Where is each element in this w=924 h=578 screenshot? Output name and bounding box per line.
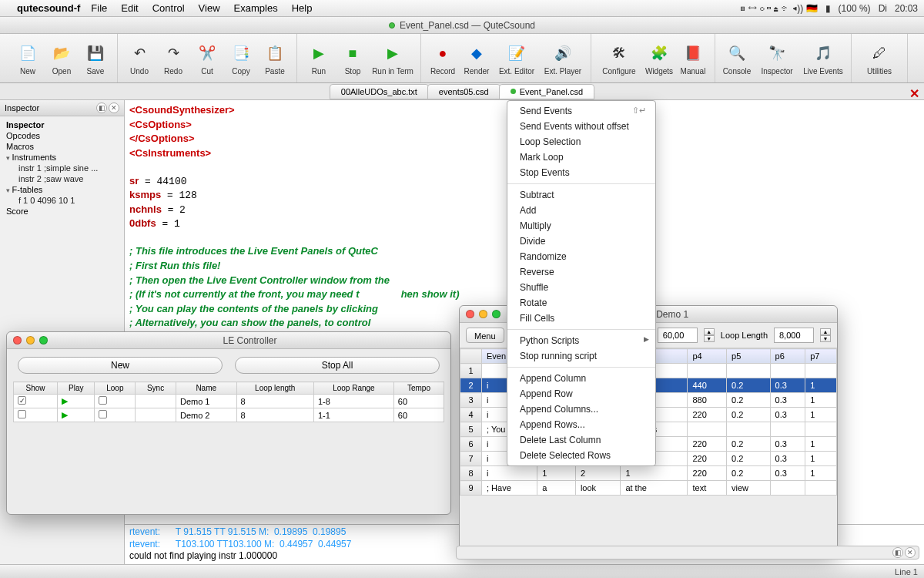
- toolbar-widgets[interactable]: 🧩Widgets: [642, 41, 676, 76]
- loop-checkbox[interactable]: [99, 410, 107, 418]
- toolbar-configure[interactable]: 🛠Configure: [596, 41, 642, 76]
- tree-node[interactable]: Macros: [3, 141, 121, 152]
- grid-row[interactable]: 8i1212200.20.31: [460, 466, 837, 481]
- tree-child[interactable]: instr 2 ;saw wave: [3, 173, 121, 184]
- tab-Event_Panel.csd[interactable]: Event_Panel.csd: [499, 84, 595, 99]
- mac-menubar: qutecsound-f FileEditControlViewExamples…: [0, 0, 924, 17]
- play-icon[interactable]: ▶: [62, 410, 68, 420]
- tempo-field[interactable]: [658, 328, 698, 343]
- status-icons: ▤ ⟷ ⊙ ▭ ⏏ ᯤ ◀)) 🇩🇪: [740, 3, 817, 14]
- menu-item-fill-cells[interactable]: Fill Cells: [507, 311, 655, 326]
- tree-child[interactable]: f 1 0 4096 10 1: [3, 195, 121, 206]
- tree-node[interactable]: F-tables: [3, 184, 121, 195]
- menu-item-reverse[interactable]: Reverse: [507, 264, 655, 280]
- tree-child[interactable]: instr 1 ;simple sine ...: [3, 163, 121, 173]
- menu-item-send-events-without-offset[interactable]: Send Events without offset: [507, 119, 655, 134]
- menu-item-append-column[interactable]: Append Column: [507, 371, 655, 386]
- grid-row[interactable]: 9; Havealookat thetextview: [460, 481, 837, 496]
- lec-table[interactable]: ShowPlayLoopSyncNameLoop lengthLoop Rang…: [13, 381, 444, 422]
- menu-view[interactable]: View: [199, 2, 220, 14]
- lec-stopall-button[interactable]: Stop All: [235, 357, 440, 374]
- window-title: Event_Panel.csd — QuteCsound: [400, 20, 535, 31]
- menu-item-divide[interactable]: Divide: [507, 234, 655, 249]
- menu-item-rotate[interactable]: Rotate: [507, 295, 655, 311]
- toolbar-live-events[interactable]: 🎵Live Events: [800, 41, 846, 76]
- toolbar-new[interactable]: 📄New: [11, 41, 45, 76]
- looplen-stepper[interactable]: ▲▼: [820, 328, 831, 342]
- menu-item-shuffle[interactable]: Shuffle: [507, 280, 655, 295]
- menu-item-send-events[interactable]: Send Events⇧↵: [507, 103, 655, 119]
- toolbar-inspector[interactable]: 🔭Inspector: [754, 41, 800, 76]
- menu-item-stop-events[interactable]: Stop Events: [507, 165, 655, 180]
- play-icon[interactable]: ▶: [62, 396, 68, 406]
- toolbar-open[interactable]: 📂Open: [45, 41, 79, 76]
- tree-node[interactable]: Inspector: [3, 119, 121, 130]
- toolbar-stop[interactable]: ■Stop: [336, 41, 370, 76]
- lec-title: LE Controller: [55, 335, 444, 346]
- menu-control[interactable]: Control: [152, 2, 185, 14]
- toolbar-paste[interactable]: 📋Paste: [258, 41, 292, 76]
- traffic-lights[interactable]: [466, 310, 500, 318]
- toolbar-run-in-term[interactable]: ▶Run in Term: [370, 41, 416, 76]
- tab-events05.csd[interactable]: events05.csd: [427, 84, 500, 99]
- menu-item-multiply[interactable]: Multiply: [507, 218, 655, 234]
- toolbar-cut[interactable]: ✂️Cut: [190, 41, 224, 76]
- toolbar-console[interactable]: 🔍Console: [720, 41, 754, 76]
- menu-item-randomize[interactable]: Randomize: [507, 249, 655, 264]
- toolbar-save[interactable]: 💾Save: [79, 41, 112, 76]
- toolbar-redo[interactable]: ↷Redo: [156, 41, 190, 76]
- menu-item-delete-selected-rows[interactable]: Delete Selected Rows: [507, 448, 655, 463]
- toolbar-render[interactable]: ◆Render: [460, 41, 494, 76]
- tab-00AlleUDOs_abc.txt[interactable]: 00AlleUDOs_abc.txt: [330, 84, 429, 99]
- inspector-titlebar: Inspector ◧ ✕: [0, 100, 124, 116]
- menu-item-stop-running-script[interactable]: Stop running script: [507, 348, 655, 364]
- lec-row[interactable]: ▶Demo 181-860: [14, 395, 444, 408]
- menu-item-append-columns-[interactable]: Append Columns...: [507, 402, 655, 417]
- toolbar-manual[interactable]: 📕Manual: [676, 41, 710, 76]
- detach-icon[interactable]: ◧: [892, 547, 903, 558]
- menu-item-append-rows-[interactable]: Append Rows...: [507, 417, 655, 432]
- show-checkbox[interactable]: [18, 396, 26, 405]
- looplen-field[interactable]: [774, 328, 814, 343]
- toolbar-ext--editor[interactable]: 📝Ext. Editor: [494, 41, 540, 76]
- menu-item-python-scripts[interactable]: Python Scripts: [507, 333, 655, 348]
- cursor-position: Line 1: [895, 567, 918, 576]
- toolbar-record[interactable]: ●Record: [426, 41, 460, 76]
- loop-checkbox[interactable]: [99, 396, 107, 405]
- menu-item-delete-last-column[interactable]: Delete Last Column: [507, 432, 655, 448]
- le-controller-window[interactable]: LE Controller New Stop All ShowPlayLoopS…: [6, 331, 451, 515]
- tree-node[interactable]: Score: [3, 206, 121, 217]
- close-icon[interactable]: ✕: [109, 102, 119, 113]
- traffic-lights[interactable]: [13, 336, 48, 344]
- menu-help[interactable]: Help: [292, 2, 313, 14]
- menu-item-append-row[interactable]: Append Row: [507, 386, 655, 402]
- tree-node[interactable]: Opcodes: [3, 130, 121, 141]
- window-titlebar: Event_Panel.csd — QuteCsound: [0, 17, 924, 34]
- battery-text: (100 %): [839, 3, 871, 14]
- menu-examples[interactable]: Examples: [234, 2, 278, 14]
- menu-item-mark-loop[interactable]: Mark Loop: [507, 150, 655, 165]
- menu-item-loop-selection[interactable]: Loop Selection: [507, 134, 655, 150]
- tree-node[interactable]: Instruments: [3, 152, 121, 163]
- context-menu[interactable]: Send Events⇧↵Send Events without offsetL…: [507, 100, 656, 466]
- toolbar-ext--player[interactable]: 🔊Ext. Player: [540, 41, 586, 76]
- demo1-menu-button[interactable]: Menu: [466, 328, 504, 343]
- show-checkbox[interactable]: [18, 410, 26, 418]
- close-icon[interactable]: ✕: [905, 547, 916, 558]
- tempo-stepper[interactable]: ▲▼: [704, 328, 715, 342]
- toolbar-run[interactable]: ▶Run: [302, 41, 336, 76]
- app-name[interactable]: qutecsound-f: [17, 2, 80, 14]
- close-tab-icon[interactable]: ✕: [909, 86, 919, 101]
- menu-item-add[interactable]: Add: [507, 203, 655, 218]
- toolbar-copy[interactable]: 📑Copy: [224, 41, 258, 76]
- menu-edit[interactable]: Edit: [121, 2, 138, 14]
- lec-row[interactable]: ▶Demo 281-160: [14, 408, 444, 422]
- lec-new-button[interactable]: New: [18, 357, 223, 374]
- menu-file[interactable]: File: [91, 2, 107, 14]
- toolbar-undo[interactable]: ↶Undo: [122, 41, 156, 76]
- inspector-tree[interactable]: InspectorOpcodesMacrosInstrumentsinstr 1…: [0, 116, 124, 220]
- menu-item-subtract[interactable]: Subtract: [507, 187, 655, 203]
- main-toolbar: 📄New📂Open💾Save↶Undo↷Redo✂️Cut📑Copy📋Paste…: [0, 34, 924, 83]
- toolbar-utilities[interactable]: 🖊Utilities: [856, 41, 902, 76]
- detach-icon[interactable]: ◧: [96, 102, 107, 113]
